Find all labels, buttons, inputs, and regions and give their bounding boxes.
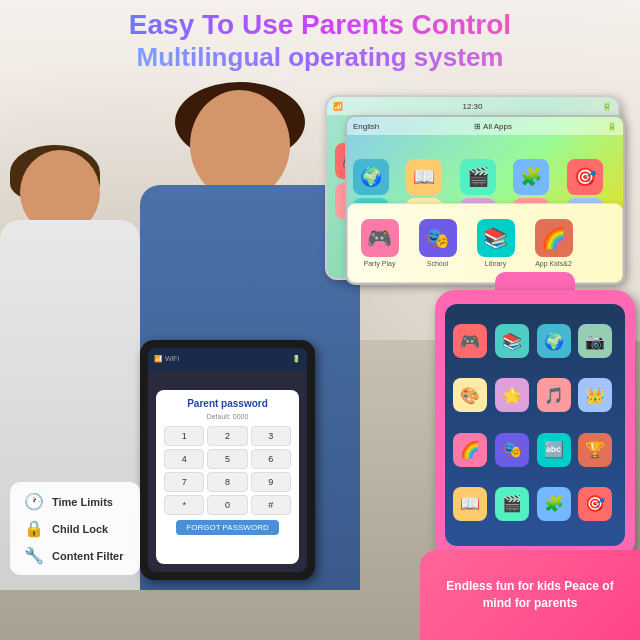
pink-app-icon[interactable]: 🎵 [537, 378, 571, 412]
numpad-key-3[interactable]: 3 [251, 426, 291, 446]
numpad-key-hash[interactable]: # [251, 495, 291, 515]
pink-app-icon[interactable]: 🧩 [537, 487, 571, 521]
pink-app-icon[interactable]: 🌟 [495, 378, 529, 412]
pink-app-icon[interactable]: 🌍 [537, 324, 571, 358]
tablet-screenshot-front: English ⊞ All Apps 🔋 🌍 📖 🎬 🧩 🎯 ⭐ 🏅 🎨 🎵 🌟… [345, 115, 625, 285]
page-header: Easy To Use Parents Control Multilingual… [0, 8, 640, 73]
app-item[interactable]: 🎮 Party Play [352, 209, 407, 277]
adult-head [190, 90, 290, 200]
time-limits-icon: 🕐 [24, 492, 44, 511]
app-item[interactable]: 🌈 App Kids&2 [526, 209, 581, 277]
feature-time-limits: 🕐 Time Limits [24, 492, 126, 511]
numpad-key-8[interactable]: 8 [207, 472, 247, 492]
dark-tablet-device: 📶 WiFi 🔋 Parent password Default: 0000 1… [140, 340, 315, 580]
pink-app-icon[interactable]: 🔤 [537, 433, 571, 467]
pink-app-icon[interactable]: 👑 [578, 378, 612, 412]
app-icon[interactable]: 📖 [406, 159, 442, 195]
pink-app-icon[interactable]: 🌈 [453, 433, 487, 467]
numpad-key-7[interactable]: 7 [164, 472, 204, 492]
pink-banner-text: Endless fun for kids Peace of mind for p… [434, 578, 626, 612]
password-dialog-title: Parent password [187, 398, 268, 409]
tablet-handle [495, 272, 575, 292]
password-hint: Default: 0000 [207, 413, 249, 420]
time-limits-label: Time Limits [52, 496, 113, 508]
app-icon[interactable]: 🧩 [513, 159, 549, 195]
tablet-body: 📶 WiFi 🔋 Parent password Default: 0000 1… [140, 340, 315, 580]
pink-tablet-device: 🎮 📚 🌍 📷 🎨 🌟 🎵 👑 🌈 🎭 🔤 🏆 📖 🎬 🧩 🎯 [435, 290, 635, 560]
screenshot-area: 📶 12:30 🔋 🎮 📚 🌍 📷 🎨 🌟 🎵 👑 🌈 🎭 🔤 🏆 Englis… [325, 95, 635, 295]
app-item[interactable]: 📚 Library [468, 209, 523, 277]
numpad-key-0[interactable]: 0 [207, 495, 247, 515]
numpad-key-5[interactable]: 5 [207, 449, 247, 469]
screen-statusbar: 📶 WiFi 🔋 [148, 348, 307, 370]
title-line2: Multilingual operating system [0, 42, 640, 73]
tablet-screen-dark: 📶 WiFi 🔋 Parent password Default: 0000 1… [148, 348, 307, 572]
feature-content-filter: 🔧 Content Filter [24, 546, 126, 565]
pink-app-icon[interactable]: 📷 [578, 324, 612, 358]
numpad-key-star[interactable]: * [164, 495, 204, 515]
tablet-screen: 🎮 📚 🌍 📷 🎨 🌟 🎵 👑 🌈 🎭 🔤 🏆 📖 🎬 🧩 🎯 [445, 304, 625, 546]
child-lock-label: Child Lock [52, 523, 108, 535]
app-icon[interactable]: 🌍 [353, 159, 389, 195]
tablet-app-grid: 🎮 📚 🌍 📷 🎨 🌟 🎵 👑 🌈 🎭 🔤 🏆 📖 🎬 🧩 🎯 [445, 304, 625, 546]
bottom-app-row: 🎮 Party Play 🎭 School 📚 Library 🌈 App Ki… [347, 203, 623, 283]
app-icon[interactable]: 🎯 [567, 159, 603, 195]
statusbar-front: English ⊞ All Apps 🔋 [347, 117, 623, 135]
numpad: 1 2 3 4 5 6 7 8 9 * 0 # [164, 426, 291, 515]
pink-app-icon[interactable]: 📖 [453, 487, 487, 521]
statusbar-back: 📶 12:30 🔋 [327, 97, 618, 115]
numpad-key-2[interactable]: 2 [207, 426, 247, 446]
pink-app-icon[interactable]: 📚 [495, 324, 529, 358]
pink-app-icon[interactable]: 🎯 [578, 487, 612, 521]
pink-app-icon[interactable]: 🎭 [495, 433, 529, 467]
pink-app-icon[interactable]: 🎮 [453, 324, 487, 358]
pink-banner: Endless fun for kids Peace of mind for p… [420, 550, 640, 640]
pink-app-icon[interactable]: 🎨 [453, 378, 487, 412]
app-item[interactable]: 🎭 School [410, 209, 465, 277]
content-filter-label: Content Filter [52, 550, 124, 562]
pink-app-icon[interactable]: 🎬 [495, 487, 529, 521]
app-icon[interactable]: 🎬 [460, 159, 496, 195]
feature-child-lock: 🔒 Child Lock [24, 519, 126, 538]
password-dialog: Parent password Default: 0000 1 2 3 4 5 … [156, 390, 299, 564]
pink-app-icon[interactable]: 🏆 [578, 433, 612, 467]
content-filter-icon: 🔧 [24, 546, 44, 565]
title-line1: Easy To Use Parents Control [0, 8, 640, 42]
numpad-key-9[interactable]: 9 [251, 472, 291, 492]
forgot-password-button[interactable]: FORGOT PASSWORD [176, 520, 278, 535]
tablet-case: 🎮 📚 🌍 📷 🎨 🌟 🎵 👑 🌈 🎭 🔤 🏆 📖 🎬 🧩 🎯 [435, 290, 635, 560]
features-list: 🕐 Time Limits 🔒 Child Lock 🔧 Content Fil… [10, 482, 140, 575]
child-lock-icon: 🔒 [24, 519, 44, 538]
numpad-key-4[interactable]: 4 [164, 449, 204, 469]
numpad-key-6[interactable]: 6 [251, 449, 291, 469]
numpad-key-1[interactable]: 1 [164, 426, 204, 446]
